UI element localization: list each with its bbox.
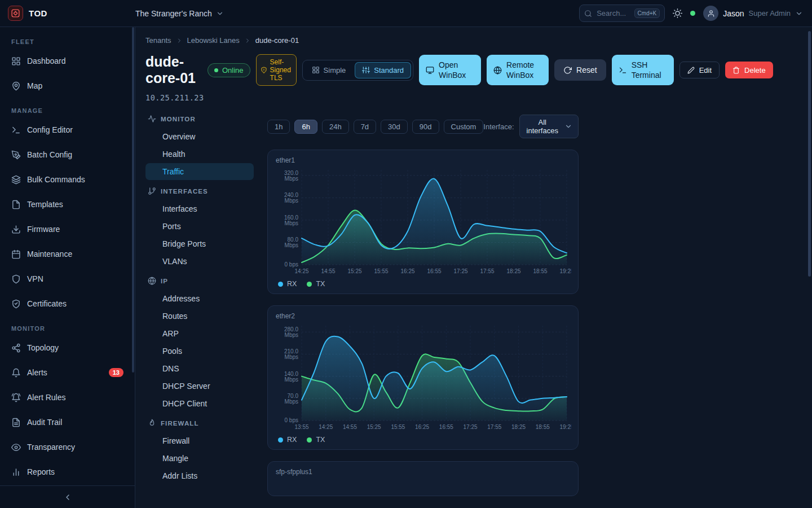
search-placeholder: Search... (597, 9, 629, 17)
sidebar-item-config-editor[interactable]: Config Editor (6, 119, 129, 141)
sidebar-item-label: Batch Config (27, 150, 72, 159)
legend-label: TX (316, 280, 325, 288)
edit-button[interactable]: Edit (679, 62, 720, 78)
sidebar-item-audit-trail[interactable]: Audit Trail (6, 411, 129, 433)
svg-text:Mbps: Mbps (285, 398, 298, 405)
subnav-item-addr-lists[interactable]: Addr Lists (145, 467, 254, 484)
subnav-item-mangle[interactable]: Mangle (145, 450, 254, 467)
search-input[interactable]: Search... Cmd+K (579, 5, 665, 22)
sidebar-item-templates[interactable]: Templates (6, 193, 129, 216)
subnav-section-label: Firewall (161, 420, 199, 427)
main-content: Tenants Lebowski Lanes dude-core-01 dude… (135, 27, 812, 508)
rx-dot (278, 437, 283, 443)
range-7d-button[interactable]: 7d (354, 120, 376, 134)
ssh-terminal-label: SSH Terminal (632, 60, 667, 80)
svg-text:Mbps: Mbps (285, 176, 298, 182)
interface-select-value: All interfaces (526, 118, 559, 135)
subnav-item-bridge-ports[interactable]: Bridge Ports (145, 235, 254, 252)
eye-icon (11, 443, 21, 452)
sidebar-item-certificates[interactable]: Certificates (6, 292, 129, 315)
reset-button[interactable]: Reset (554, 59, 606, 81)
sidebar-item-alert-rules[interactable]: Alert Rules (6, 386, 129, 409)
tx-dot (307, 437, 312, 443)
topology-icon (11, 343, 21, 353)
subnav-item-pools[interactable]: Pools (145, 343, 254, 360)
sidebar-item-bulk-commands[interactable]: Bulk Commands (6, 168, 129, 191)
delete-button[interactable]: Delete (725, 62, 773, 78)
brand: TOD (0, 6, 135, 21)
sidebar-item-maintenance[interactable]: Maintenance (6, 243, 129, 265)
subnav-item-ports[interactable]: Ports (145, 218, 254, 235)
subnav-item-dhcp-client[interactable]: DHCP Client (145, 395, 254, 412)
open-winbox-button[interactable]: Open WinBox (419, 55, 481, 85)
svg-text:14:55: 14:55 (343, 424, 357, 430)
subnav-item-routes[interactable]: Routes (145, 308, 254, 325)
svg-text:18:55: 18:55 (533, 268, 547, 274)
range-1h-button[interactable]: 1h (267, 120, 290, 134)
range-6h-button[interactable]: 6h (294, 120, 317, 134)
chevron-down-icon (564, 122, 572, 130)
subnav-item-firewall[interactable]: Firewall (145, 432, 254, 449)
chevron-right-icon (244, 37, 251, 44)
chart-card-ether2: ether2 280.0Mbps210.0Mbps140.0Mbps70.0Mb… (267, 305, 579, 450)
subnav-item-addresses[interactable]: Addresses (145, 290, 254, 307)
breadcrumb-tenant[interactable]: Lebowski Lanes (187, 36, 240, 45)
sun-icon (673, 8, 682, 18)
tx-dot (307, 282, 312, 287)
subnav-item-overview[interactable]: Overview (145, 128, 254, 145)
status-badge-online: Online (208, 63, 250, 77)
range-30d-button[interactable]: 30d (381, 120, 408, 134)
map-pin-icon (11, 81, 21, 91)
subnav-item-traffic[interactable]: Traffic (145, 163, 254, 180)
svg-text:16:25: 16:25 (400, 268, 414, 274)
sidebar-item-label: Templates (27, 200, 63, 209)
sidebar-item-alerts[interactable]: Alerts 13 (6, 361, 129, 384)
user-menu[interactable]: Jason Super Admin (703, 6, 803, 21)
remote-winbox-button[interactable]: Remote WinBox (487, 55, 549, 85)
subnav-item-vlans[interactable]: VLANs (145, 253, 254, 270)
subnav-item-dhcp-server[interactable]: DHCP Server (145, 378, 254, 395)
range-24h-button[interactable]: 24h (322, 120, 349, 134)
file-icon (11, 200, 21, 209)
sidebar-item-transparency[interactable]: Transparency (6, 436, 129, 458)
svg-text:16:55: 16:55 (427, 268, 441, 274)
sidebar-item-reports[interactable]: Reports (6, 461, 129, 483)
ssh-terminal-button[interactable]: SSH Terminal (612, 55, 674, 85)
theme-toggle-button[interactable] (673, 8, 682, 18)
sidebar-item-dashboard[interactable]: Dashboard (6, 50, 129, 72)
svg-text:Mbps: Mbps (285, 376, 298, 383)
shield-check-icon (11, 299, 21, 309)
device-subnav: Monitor Overview Health Traffic Interfac… (145, 108, 254, 496)
monitor-icon (426, 66, 434, 75)
subnav-item-dns[interactable]: DNS (145, 360, 254, 377)
sidebar-scrollbar[interactable] (132, 27, 134, 373)
sidebar-item-topology[interactable]: Topology (6, 336, 129, 359)
page-scrollbar[interactable] (808, 31, 811, 277)
calendar-icon (11, 249, 21, 259)
range-custom-button[interactable]: Custom (444, 120, 484, 134)
sidebar-item-label: Certificates (27, 299, 67, 308)
download-icon (11, 225, 21, 234)
sidebar-item-batch-config[interactable]: Batch Config (6, 143, 129, 166)
shield-alert-icon (261, 67, 267, 73)
sidebar-collapse-button[interactable] (0, 485, 135, 508)
sidebar-item-firmware[interactable]: Firmware (6, 218, 129, 240)
mode-standard-button[interactable]: Standard (355, 62, 411, 78)
svg-text:14:25: 14:25 (294, 268, 308, 274)
subnav-item-health[interactable]: Health (145, 146, 254, 163)
device-ip: 10.25.211.23 (145, 93, 198, 102)
subnav-item-interfaces[interactable]: Interfaces (145, 200, 254, 217)
interface-select[interactable]: All interfaces (519, 115, 579, 138)
mode-simple-button[interactable]: Simple (304, 62, 354, 78)
breadcrumb-tenants[interactable]: Tenants (145, 36, 171, 45)
svg-text:15:25: 15:25 (367, 424, 381, 430)
bell-ring-icon (11, 393, 21, 402)
sidebar-item-map[interactable]: Map (6, 75, 129, 97)
sidebar-item-label: Alert Rules (27, 393, 65, 402)
subnav-item-arp[interactable]: ARP (145, 325, 254, 342)
range-90d-button[interactable]: 90d (412, 120, 439, 134)
svg-text:Mbps: Mbps (285, 242, 298, 248)
subnav-section-label: Interfaces (161, 188, 208, 195)
sidebar-item-vpn[interactable]: VPN (6, 268, 129, 290)
tenant-selector[interactable]: The Stranger's Ranch (135, 9, 224, 18)
